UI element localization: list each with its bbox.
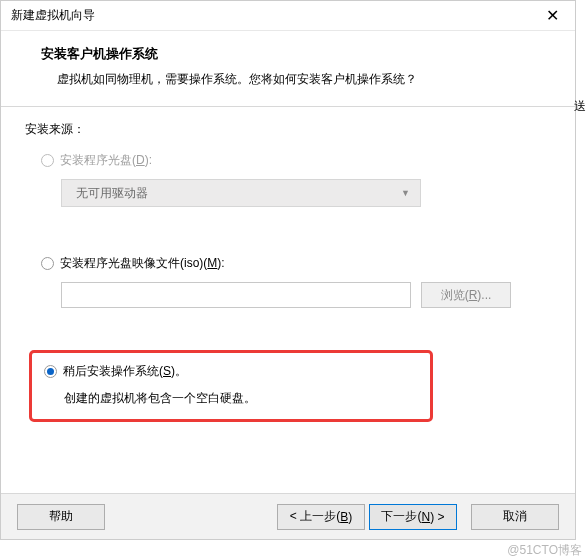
header-title: 安装客户机操作系统	[41, 45, 547, 63]
wizard-header: 安装客户机操作系统 虚拟机如同物理机，需要操作系统。您将如何安装客户机操作系统？	[1, 31, 575, 107]
next-button[interactable]: 下一步(N) >	[369, 504, 457, 530]
cancel-button[interactable]: 取消	[471, 504, 559, 530]
radio-icon	[44, 365, 57, 378]
option-later-highlight: 稍后安装操作系统(S)。 创建的虚拟机将包含一个空白硬盘。	[29, 350, 433, 422]
radio-later-label: 稍后安装操作系统(S)。	[63, 363, 187, 380]
close-icon[interactable]: ✕	[538, 6, 567, 25]
wizard-window: 新建虚拟机向导 ✕ 安装客户机操作系统 虚拟机如同物理机，需要操作系统。您将如何…	[0, 0, 576, 540]
radio-iso[interactable]: 安装程序光盘映像文件(iso)(M):	[41, 255, 551, 272]
option-disc-group: 安装程序光盘(D): 无可用驱动器 ▼	[41, 152, 551, 207]
help-button[interactable]: 帮助	[17, 504, 105, 530]
later-hint: 创建的虚拟机将包含一个空白硬盘。	[64, 390, 418, 407]
radio-icon	[41, 257, 54, 270]
drive-dropdown: 无可用驱动器 ▼	[61, 179, 421, 207]
button-bar: 帮助 < 上一步(B) 下一步(N) > 取消	[1, 493, 575, 539]
watermark: @51CTO博客	[507, 542, 582, 559]
radio-later[interactable]: 稍后安装操作系统(S)。	[44, 363, 418, 380]
radio-disc-label: 安装程序光盘(D):	[60, 152, 152, 169]
source-label: 安装来源：	[25, 121, 551, 138]
iso-file-row: 浏览(R)...	[61, 282, 551, 308]
browse-button: 浏览(R)...	[421, 282, 511, 308]
side-text: 送	[574, 98, 586, 115]
wizard-content: 安装来源： 安装程序光盘(D): 无可用驱动器 ▼ 安装程序光盘映像文件(iso…	[1, 107, 575, 432]
option-iso-group: 安装程序光盘映像文件(iso)(M): 浏览(R)...	[41, 255, 551, 308]
header-subtitle: 虚拟机如同物理机，需要操作系统。您将如何安装客户机操作系统？	[57, 71, 547, 88]
titlebar: 新建虚拟机向导 ✕	[1, 1, 575, 31]
dropdown-text: 无可用驱动器	[76, 185, 148, 202]
back-button[interactable]: < 上一步(B)	[277, 504, 365, 530]
chevron-down-icon: ▼	[401, 188, 410, 198]
radio-disc: 安装程序光盘(D):	[41, 152, 551, 169]
radio-iso-label: 安装程序光盘映像文件(iso)(M):	[60, 255, 225, 272]
iso-path-input[interactable]	[61, 282, 411, 308]
window-title: 新建虚拟机向导	[11, 7, 95, 24]
radio-icon	[41, 154, 54, 167]
